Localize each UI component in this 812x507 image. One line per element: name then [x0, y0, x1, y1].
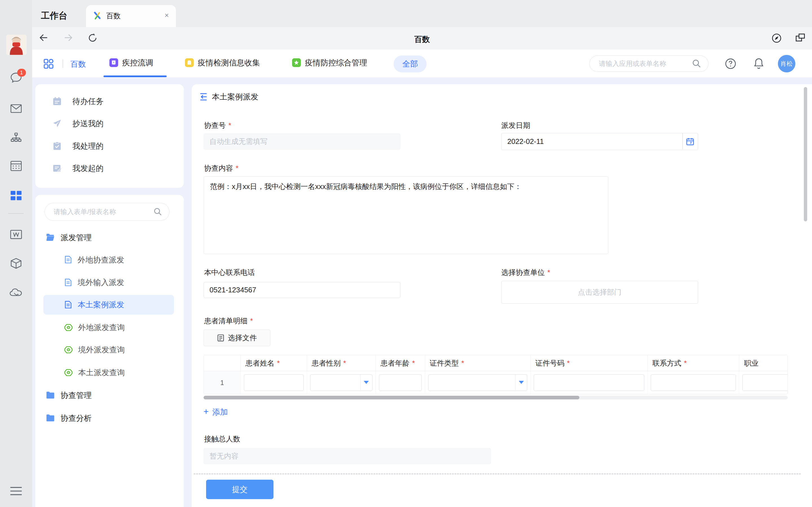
table-hscrollbar-track[interactable] — [204, 396, 788, 399]
nav-tab-app1[interactable]: 疾控流调 — [109, 57, 153, 68]
tree-item-1[interactable]: 境外输入派发 — [43, 273, 174, 292]
date-divider — [682, 133, 683, 149]
submit-button[interactable]: 提交 — [206, 480, 273, 499]
calendar-icon[interactable] — [0, 159, 32, 173]
send-icon — [52, 119, 62, 128]
user-avatar-badge[interactable]: 肖松 — [778, 55, 795, 72]
menu-icon[interactable] — [0, 484, 32, 498]
file-icon — [217, 334, 224, 342]
content-textarea[interactable]: 范例：x月xx日，我中心检测一名xxx新冠病毒核酸结果为阳性，该病例位于你区，详… — [204, 176, 608, 254]
job-input[interactable] — [742, 374, 788, 391]
compass-icon[interactable] — [772, 33, 781, 45]
patients-table-row: 1 — [204, 371, 788, 394]
app-nav-bar: 百数 疾控流调 疫情检测信息收集 疫情防控综合管理 全部 请输入应用或表单名称 … — [32, 50, 812, 77]
tree-item-5[interactable]: 本土派发查询 — [43, 363, 174, 383]
org-icon[interactable] — [0, 130, 32, 145]
menu-item-cc[interactable]: 抄送我的 — [35, 112, 184, 135]
nav-home-label[interactable]: 百数 — [70, 59, 86, 69]
required-mark: * — [547, 269, 550, 276]
tree-folder-dispatch[interactable]: 派发管理 — [43, 228, 174, 247]
tree-folder-analysis[interactable]: 协查分析 — [43, 408, 174, 428]
apps-grid-icon[interactable] — [43, 59, 54, 71]
tab-close-icon[interactable]: × — [165, 11, 169, 19]
menu-item-initiated[interactable]: 我发起的 — [35, 157, 184, 179]
col-contact: 联系方式* — [648, 355, 739, 371]
xiechahao-input[interactable]: 自动生成无需填写 — [204, 133, 400, 150]
doc-icon — [64, 256, 72, 264]
caret-down-icon — [519, 381, 524, 384]
page-title: 百数 — [32, 34, 812, 45]
col-gender: 患者性别* — [307, 355, 375, 371]
all-apps-pill[interactable]: 全部 — [394, 55, 427, 73]
tree-item-4[interactable]: 境外派发查询 — [43, 340, 174, 360]
field-label-phone: 本中心联系电话 — [204, 268, 255, 277]
app-search-box[interactable]: 请输入应用或表单名称 — [589, 55, 708, 72]
form-search-box[interactable]: 请输入表单/报表名称 — [45, 203, 169, 221]
quick-menu-card: 待办任务 抄送我的 我处理的 我发起的 — [35, 84, 184, 187]
nav-tab-app2[interactable]: 疫情检测信息收集 — [185, 57, 260, 68]
table-hscrollbar-thumb[interactable] — [204, 396, 579, 399]
add-row-link[interactable]: +添加 — [204, 407, 228, 417]
page-vscrollbar[interactable] — [804, 87, 808, 222]
dropdown-zone[interactable] — [360, 375, 372, 390]
patient-gender-select[interactable] — [310, 374, 372, 391]
cloud-call-icon[interactable] — [0, 284, 32, 300]
rail-divider — [8, 213, 24, 214]
contacts-input[interactable]: 暂无内容 — [204, 448, 491, 464]
app1-icon — [109, 58, 118, 67]
tree-item-0[interactable]: 外地协查派发 — [43, 250, 174, 270]
field-label-contacts: 接触总人数 — [204, 434, 241, 444]
notification-bell-icon[interactable] — [753, 57, 764, 71]
workbench-icon[interactable] — [0, 188, 32, 203]
tree-folder-xiecha[interactable]: 协查管理 — [43, 385, 174, 405]
id-type-select[interactable] — [428, 374, 527, 391]
field-label-unit: 选择协查单位* — [501, 268, 550, 277]
w-doc-icon[interactable] — [0, 226, 32, 242]
app-search-placeholder: 请输入应用或表单名称 — [599, 59, 692, 68]
browser-toolbar: 百数 — [32, 27, 812, 50]
folder-icon — [46, 391, 55, 399]
cube-icon[interactable] — [0, 256, 32, 271]
col-idtype: 证件类型* — [425, 355, 530, 371]
mail-icon[interactable] — [0, 101, 32, 116]
query-eye-icon — [64, 369, 72, 376]
tree-item-2-selected[interactable]: 本土案例派发 — [43, 295, 174, 315]
folder-open-icon — [46, 233, 55, 241]
workspace-title: 工作台 — [41, 10, 67, 22]
contact-input[interactable] — [651, 374, 736, 391]
field-label-xiechahao: 协查号* — [204, 121, 231, 130]
chat-unread-badge: 1 — [17, 69, 26, 76]
patients-table: 患者姓名* 患者性别* 患者年龄* 证件类型* 证件号码* 联系方式* 职业 1 — [204, 355, 788, 394]
required-mark: * — [250, 317, 253, 325]
dropdown-zone[interactable] — [515, 375, 527, 390]
browser-tab[interactable]: 百数 × — [86, 5, 176, 27]
patients-table-header-row: 患者姓名* 患者性别* 患者年龄* 证件类型* 证件号码* 联系方式* 职业 — [204, 355, 788, 371]
back-icon[interactable] — [199, 93, 207, 101]
app-window: 1 工作台 百数 × — [0, 0, 812, 507]
windows-icon[interactable] — [795, 33, 805, 44]
active-tab-underline — [103, 75, 167, 77]
date-input[interactable]: 2022-02-11 — [501, 133, 698, 150]
help-icon[interactable] — [725, 58, 736, 71]
patient-age-input[interactable] — [379, 374, 421, 391]
tab-title: 百数 — [106, 11, 121, 21]
date-calendar-icon[interactable] — [686, 137, 694, 146]
query-eye-icon — [64, 346, 72, 353]
patient-name-input[interactable] — [244, 374, 304, 391]
menu-item-todo[interactable]: 待办任务 — [35, 90, 184, 112]
nav-tab-app3[interactable]: 疫情防控综合管理 — [292, 57, 367, 68]
form-title: 本土案例派发 — [212, 92, 258, 102]
field-label-content: 协查内容* — [204, 163, 239, 173]
required-mark: * — [229, 121, 231, 129]
menu-item-processed[interactable]: 我处理的 — [35, 135, 184, 157]
unit-select[interactable]: 点击选择部门 — [501, 281, 698, 304]
phone-input[interactable]: 0521-1234567 — [204, 282, 400, 298]
col-job: 职业 — [739, 355, 788, 371]
id-number-input[interactable] — [534, 374, 644, 391]
field-label-date: 派发日期 — [501, 121, 530, 130]
form-search-placeholder: 请输入表单/报表名称 — [54, 207, 153, 216]
chat-icon[interactable] — [0, 69, 32, 86]
tree-item-3[interactable]: 外地派发查询 — [43, 318, 174, 337]
choose-file-button[interactable]: 选择文件 — [204, 330, 270, 346]
user-avatar[interactable] — [6, 35, 27, 55]
